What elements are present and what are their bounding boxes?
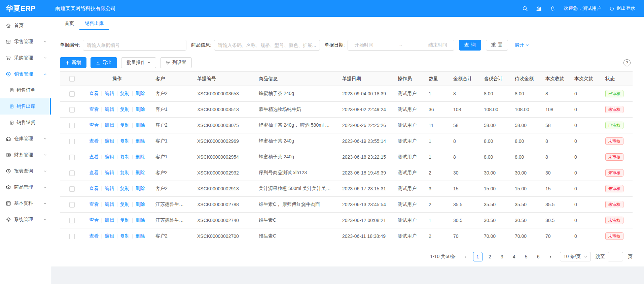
sidebar-item-products[interactable]: 商品管理 (0, 179, 51, 195)
pagination-page-1[interactable]: 1 (473, 252, 482, 261)
row-action-edit[interactable]: 编辑 (105, 154, 114, 159)
action-separator: | (132, 170, 133, 175)
export-button[interactable]: 导出 (91, 57, 117, 68)
row-checkbox[interactable] (69, 234, 75, 239)
row-action-delete[interactable]: 删除 (135, 91, 145, 96)
action-separator: | (101, 122, 103, 128)
row-action-view[interactable]: 查看 (90, 138, 99, 144)
row-action-copy[interactable]: 复制 (120, 91, 130, 96)
search-icon[interactable] (522, 6, 528, 11)
row-action-copy[interactable]: 复制 (120, 122, 130, 128)
logout-button[interactable]: 退出登录 (609, 5, 635, 11)
add-button[interactable]: 新增 (60, 57, 86, 68)
row-checkbox[interactable] (69, 218, 75, 223)
row-action-view[interactable]: 查看 (90, 233, 99, 239)
row-action-view[interactable]: 查看 (90, 122, 99, 128)
sidebar-item-finance[interactable]: 财务管理 (0, 147, 51, 163)
row-action-delete[interactable]: 删除 (135, 106, 145, 112)
batch-operations-button[interactable]: 批量操作 (121, 57, 156, 68)
page-size-select[interactable]: 10 条/页 (560, 252, 591, 261)
row-action-copy[interactable]: 复制 (120, 201, 130, 207)
row-action-copy[interactable]: 复制 (120, 138, 130, 144)
row-action-edit[interactable]: 编辑 (105, 170, 114, 175)
row-action-view[interactable]: 查看 (90, 186, 99, 191)
sidebar-item-sales-return[interactable]: 销售退货 (0, 115, 51, 131)
row-action-view[interactable]: 查看 (90, 201, 99, 207)
pagination-page-4[interactable]: 4 (509, 252, 519, 261)
tab-sales-outbound[interactable]: 销售出库 (79, 17, 109, 30)
row-action-copy[interactable]: 复制 (120, 106, 130, 112)
row-action-delete[interactable]: 删除 (135, 201, 145, 207)
help-icon[interactable]: ? (623, 59, 631, 66)
row-action-edit[interactable]: 编辑 (105, 233, 114, 239)
row-action-copy[interactable]: 复制 (120, 186, 130, 191)
row-action-delete[interactable]: 删除 (135, 122, 145, 128)
row-checkbox[interactable] (69, 139, 75, 144)
row-action-edit[interactable]: 编辑 (105, 217, 114, 223)
row-action-delete[interactable]: 删除 (135, 233, 145, 239)
tab-home[interactable]: 首页 (59, 17, 79, 30)
row-action-view[interactable]: 查看 (90, 154, 99, 159)
pagination-page-6[interactable]: 6 (534, 252, 543, 261)
row-checkbox[interactable] (69, 186, 75, 192)
bank-icon[interactable] (536, 6, 542, 11)
row-checkbox[interactable] (69, 107, 75, 113)
expand-link[interactable]: 展开 (515, 42, 529, 48)
sidebar-item-sales[interactable]: 销售管理 (0, 66, 51, 82)
sidebar-item-home[interactable]: 首页 (0, 18, 51, 34)
bell-icon[interactable] (550, 6, 556, 11)
row-action-view[interactable]: 查看 (90, 170, 99, 175)
search-button[interactable]: 查询 (459, 40, 481, 51)
row-action-edit[interactable]: 编辑 (105, 91, 114, 96)
reset-button[interactable]: 重置 (486, 40, 508, 51)
sidebar-item-system[interactable]: 系统管理 (0, 212, 51, 228)
sidebar-item-purchase[interactable]: 采购管理 (0, 50, 51, 66)
row-action-edit[interactable]: 编辑 (105, 201, 114, 207)
row-action-delete[interactable]: 删除 (135, 138, 145, 144)
pagination-prev[interactable] (461, 252, 470, 261)
doc-no-input[interactable] (83, 40, 186, 51)
row-checkbox[interactable] (69, 155, 75, 160)
row-action-edit[interactable]: 编辑 (105, 106, 114, 112)
row-checkbox[interactable] (69, 202, 75, 208)
sidebar-item-sales-outbound[interactable]: 销售出库 (0, 98, 51, 115)
jump-page-input[interactable] (608, 252, 623, 261)
select-all-checkbox[interactable] (69, 76, 75, 82)
money-icon (6, 152, 11, 158)
product-info-input[interactable] (214, 40, 320, 51)
pagination-page-3[interactable]: 3 (497, 252, 507, 261)
row-action-view[interactable]: 查看 (90, 217, 99, 223)
pagination-page-5[interactable]: 5 (522, 252, 531, 261)
sidebar-item-warehouse[interactable]: 仓库管理 (0, 131, 51, 147)
chevron-down-icon (43, 137, 47, 140)
pagination-next[interactable] (546, 252, 555, 261)
row-action-edit[interactable]: 编辑 (105, 186, 114, 191)
row-action-copy[interactable]: 复制 (120, 170, 130, 175)
row-action-delete[interactable]: 删除 (135, 170, 145, 175)
sidebar-item-basic-data[interactable]: 基本资料 (0, 195, 51, 212)
row-action-view[interactable]: 查看 (90, 106, 99, 112)
row-action-copy[interactable]: 复制 (120, 217, 130, 223)
row-checkbox[interactable] (69, 91, 75, 97)
row-checkbox[interactable] (69, 170, 75, 176)
status-badge: 未审核 (605, 106, 623, 113)
row-action-delete[interactable]: 删除 (135, 154, 145, 159)
pagination-page-2[interactable]: 2 (485, 252, 495, 261)
download-icon (96, 61, 100, 65)
row-checkbox[interactable] (69, 123, 75, 128)
row-action-view[interactable]: 查看 (90, 91, 99, 96)
cell-date: 2023-06-17 23:15:31 (337, 181, 392, 197)
row-action-edit[interactable]: 编辑 (105, 122, 114, 128)
row-action-edit[interactable]: 编辑 (105, 138, 114, 144)
cell-amount: 35.5 (448, 197, 478, 213)
row-action-copy[interactable]: 复制 (120, 233, 130, 239)
sidebar-item-sales-order[interactable]: 销售订单 (0, 82, 51, 98)
column-settings-button[interactable]: 列设置 (160, 57, 192, 68)
row-action-delete[interactable]: 删除 (135, 186, 145, 191)
row-action-delete[interactable]: 删除 (135, 217, 145, 223)
date-range-picker[interactable]: 开始时间 ~ 结束时间 (348, 40, 454, 51)
sidebar-item-retail[interactable]: 零售管理 (0, 34, 51, 50)
row-action-copy[interactable]: 复制 (120, 154, 130, 159)
sidebar-item-reports[interactable]: 报表查询 (0, 163, 51, 179)
cell-product: 蜂蜜柚子茶 240g (253, 149, 337, 165)
